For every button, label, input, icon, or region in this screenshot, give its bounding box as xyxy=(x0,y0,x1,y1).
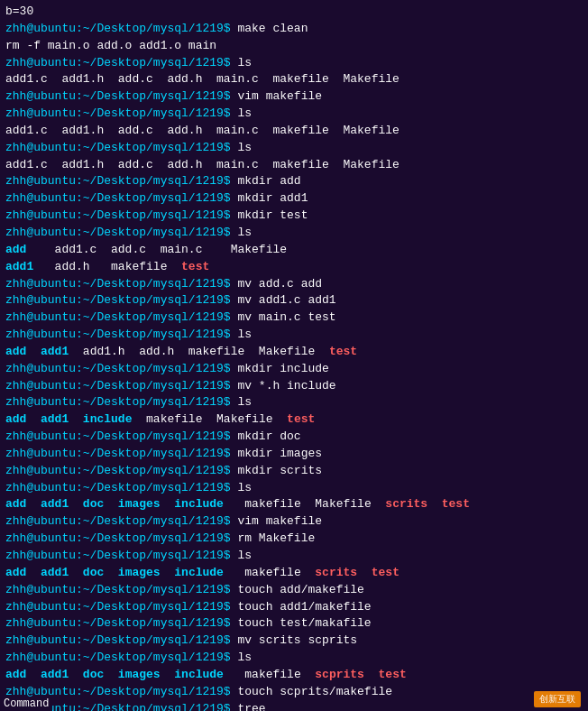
line-20: add add1 add1.h add.h makefile Makefile … xyxy=(5,344,583,361)
line-33: add add1 doc images include makefile scr… xyxy=(5,565,583,582)
line-26: zhh@ubuntu:~/Desktop/mysql/1219$ mkdir i… xyxy=(5,446,583,463)
line-31: zhh@ubuntu:~/Desktop/mysql/1219$ rm Make… xyxy=(5,531,583,548)
line-22: zhh@ubuntu:~/Desktop/mysql/1219$ mv *.h … xyxy=(5,378,583,395)
watermark: 创新互联 xyxy=(534,691,581,707)
line-4: zhh@ubuntu:~/Desktop/mysql/1219$ ls xyxy=(5,55,583,72)
line-38: zhh@ubuntu:~/Desktop/mysql/1219$ ls xyxy=(5,650,583,667)
line-30: zhh@ubuntu:~/Desktop/mysql/1219$ vim mak… xyxy=(5,513,583,531)
line-15: add add1.c add.c main.c Makefile xyxy=(5,242,583,259)
line-12: zhh@ubuntu:~/Desktop/mysql/1219$ mkdir a… xyxy=(5,190,583,208)
line-25: zhh@ubuntu:~/Desktop/mysql/1219$ mkdir d… xyxy=(5,429,583,446)
line-39: add add1 doc images include makefile scp… xyxy=(5,667,583,684)
line-28: zhh@ubuntu:~/Desktop/mysql/1219$ ls xyxy=(5,480,583,497)
line-40: zhh@ubuntu:~/Desktop/mysql/1219$ touch s… xyxy=(5,684,583,701)
line-6: zhh@ubuntu:~/Desktop/mysql/1219$ vim mak… xyxy=(5,88,583,106)
line-9: zhh@ubuntu:~/Desktop/mysql/1219$ ls xyxy=(5,140,583,157)
line-2: zhh@ubuntu:~/Desktop/mysql/1219$ make cl… xyxy=(5,21,583,38)
terminal-window: b=30 zhh@ubuntu:~/Desktop/mysql/1219$ ma… xyxy=(0,0,588,711)
bottom-command-label: Command xyxy=(0,697,52,711)
line-1: b=30 xyxy=(5,4,583,21)
line-5: add1.c add1.h add.c add.h main.c makefil… xyxy=(5,71,583,88)
line-36: zhh@ubuntu:~/Desktop/mysql/1219$ touch t… xyxy=(5,615,583,633)
line-15b: add1 add.h makefile test xyxy=(5,259,583,276)
line-18: zhh@ubuntu:~/Desktop/mysql/1219$ mv main… xyxy=(5,309,583,327)
line-29: add add1 doc images include makefile Mak… xyxy=(5,496,583,513)
line-7: zhh@ubuntu:~/Desktop/mysql/1219$ ls xyxy=(5,106,583,123)
line-21: zhh@ubuntu:~/Desktop/mysql/1219$ mkdir i… xyxy=(5,361,583,378)
line-3: rm -f main.o add.o add1.o main xyxy=(5,38,583,55)
line-41: zhh@ubuntu:~/Desktop/mysql/1219$ tree xyxy=(5,701,583,711)
line-8: add1.c add1.h add.c add.h main.c makefil… xyxy=(5,123,583,140)
line-23: zhh@ubuntu:~/Desktop/mysql/1219$ ls xyxy=(5,394,583,411)
line-37: zhh@ubuntu:~/Desktop/mysql/1219$ mv scri… xyxy=(5,633,583,650)
line-32: zhh@ubuntu:~/Desktop/mysql/1219$ ls xyxy=(5,548,583,565)
line-19: zhh@ubuntu:~/Desktop/mysql/1219$ ls xyxy=(5,327,583,344)
line-10: add1.c add1.h add.c add.h main.c makefil… xyxy=(5,157,583,174)
line-17: zhh@ubuntu:~/Desktop/mysql/1219$ mv add1… xyxy=(5,292,583,309)
line-34: zhh@ubuntu:~/Desktop/mysql/1219$ touch a… xyxy=(5,582,583,599)
line-14: zhh@ubuntu:~/Desktop/mysql/1219$ ls xyxy=(5,225,583,242)
line-24: add add1 include makefile Makefile test xyxy=(5,411,583,429)
line-35: zhh@ubuntu:~/Desktop/mysql/1219$ touch a… xyxy=(5,599,583,616)
line-13: zhh@ubuntu:~/Desktop/mysql/1219$ mkdir t… xyxy=(5,208,583,225)
line-16: zhh@ubuntu:~/Desktop/mysql/1219$ mv add.… xyxy=(5,276,583,293)
line-27: zhh@ubuntu:~/Desktop/mysql/1219$ mkdir s… xyxy=(5,463,583,480)
line-11: zhh@ubuntu:~/Desktop/mysql/1219$ mkdir a… xyxy=(5,173,583,190)
